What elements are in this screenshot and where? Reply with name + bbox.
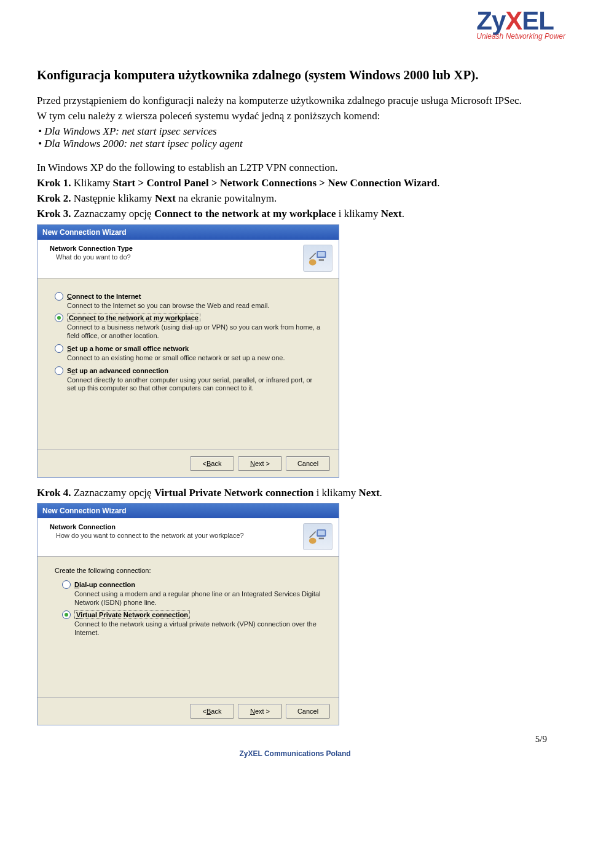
- page-number: 5/9: [37, 734, 553, 744]
- next-u: N: [250, 460, 255, 467]
- radio-checked-icon[interactable]: [62, 610, 71, 619]
- step-4: Krok 4. Zaznaczamy opcję Virtual Private…: [37, 486, 553, 499]
- command-2000: • Dla Windows 2000: net start ipsec poli…: [38, 138, 553, 150]
- back-u: B: [206, 460, 211, 467]
- cancel-button[interactable]: Cancel: [286, 456, 330, 471]
- next-rest2: ext >: [255, 708, 270, 715]
- step-2: Krok 2. Następnie klikamy Next na ekrani…: [37, 192, 553, 205]
- step-3-option: Connect to the network at my workplace: [154, 208, 336, 219]
- wizard-icon: [303, 245, 332, 272]
- opt1-u: C: [67, 293, 72, 300]
- cancel-text: Cancel: [297, 460, 318, 467]
- svg-point-4: [309, 537, 317, 543]
- opt4-rest: t up an advanced connection: [75, 367, 168, 374]
- w2opt1-u: D: [74, 581, 79, 588]
- w2opt1-desc: Connect using a modem and a regular phon…: [74, 590, 321, 607]
- radio-checked-icon[interactable]: [55, 314, 63, 322]
- opt2-desc: Connect to a business network (using dia…: [67, 323, 321, 341]
- next-u2: N: [250, 708, 255, 715]
- commands-intro: W tym celu należy z wiersza poleceń syst…: [37, 109, 553, 122]
- step-3-next: Next: [381, 208, 402, 219]
- svg-point-0: [309, 259, 317, 265]
- svg-rect-7: [319, 537, 324, 539]
- step-3-text-a: Zaznaczamy opcję: [71, 208, 154, 219]
- logo-x: X: [505, 6, 522, 35]
- wizard-1-banner: Network Connection Type What do you want…: [37, 240, 339, 278]
- step-4-option: Virtual Private Network connection: [154, 487, 314, 499]
- step-3-dot: .: [402, 208, 404, 219]
- step-2-text-b: na ekranie powitalnym.: [176, 192, 277, 204]
- wizard-1-option-internet[interactable]: Connect to the Internet Connect to the I…: [55, 292, 321, 310]
- back-rest2: ack: [211, 708, 221, 715]
- step-4-label: Krok 4.: [37, 487, 71, 499]
- wizard-2-banner: Network Connection How do you want to co…: [37, 518, 339, 557]
- wizard-1-titlebar: New Connection Wizard: [37, 225, 339, 240]
- brand-logo: ZyXEL Unleash Networking Power: [476, 6, 565, 41]
- wizard-2-subheading: How do you want to connect to the networ…: [56, 532, 298, 539]
- opt3-desc: Connect to an existing home or small off…: [67, 354, 321, 363]
- next-button[interactable]: Next >: [238, 704, 282, 719]
- wizard-1-heading: Network Connection Type: [50, 245, 298, 252]
- step-3: Krok 3. Zaznaczamy opcję Connect to the …: [37, 207, 553, 220]
- cancel-button[interactable]: Cancel: [286, 704, 330, 719]
- wizard-2-titlebar: New Connection Wizard: [37, 503, 339, 518]
- wizard-icon: [303, 523, 332, 550]
- wizard-2-option-vpn[interactable]: Virtual Private Network connection Conne…: [62, 610, 321, 637]
- opt3-rest: et up a home or small office network: [71, 345, 189, 352]
- wizard-1-subheading: What do you want to do?: [56, 253, 298, 261]
- opt2-pre: Connect to the network at my w: [69, 314, 171, 322]
- step-1-label: Krok 1.: [37, 177, 71, 189]
- opt1-desc: Connect to the Internet so you can brows…: [67, 302, 321, 310]
- step-4-dot: .: [380, 487, 382, 499]
- wizard-2-create-label: Create the following connection:: [55, 567, 321, 574]
- wizard-1-option-home[interactable]: Set up a home or small office network Co…: [55, 344, 321, 363]
- opt1-rest: onnect to the Internet: [72, 293, 141, 300]
- next-rest: ext >: [255, 460, 270, 467]
- w2opt1-rest: ial-up connection: [79, 581, 135, 588]
- back-button[interactable]: < Back: [190, 456, 234, 471]
- wizard-1-option-workplace[interactable]: Connect to the network at my workplace C…: [55, 314, 321, 341]
- step-3-label: Krok 3.: [37, 208, 71, 219]
- svg-rect-6: [318, 531, 325, 535]
- w2opt2-rest: irtual Private Network connection: [81, 611, 188, 618]
- wizard-window-1: New Connection Wizard Network Connection…: [37, 224, 339, 478]
- english-instruction: In Windows XP do the following to establ…: [37, 161, 553, 174]
- command-xp: • Dla Windows XP: net start ipsec servic…: [38, 125, 553, 138]
- radio-unchecked-icon[interactable]: [55, 344, 63, 353]
- step-3-text-b: i klikamy: [336, 208, 380, 219]
- back-rest: ack: [211, 460, 221, 467]
- step-1-path: Start > Control Panel > Network Connecti…: [112, 177, 437, 189]
- logo-tagline: Unleash Networking Power: [476, 32, 565, 41]
- logo-el: EL: [522, 6, 554, 35]
- step-4-text-b: i klikamy: [313, 487, 358, 499]
- step-2-text-a: Następnie klikamy: [71, 192, 154, 204]
- step-1-text-a: Klikamy: [71, 177, 112, 189]
- logo-z: Z: [476, 6, 492, 35]
- cancel-text2: Cancel: [297, 708, 318, 715]
- opt2-rest: rkplace: [175, 314, 199, 322]
- radio-unchecked-icon[interactable]: [62, 580, 71, 589]
- wizard-1-option-advanced[interactable]: Set up an advanced connection Connect di…: [55, 366, 321, 393]
- footer-text: ZyXEL Communications Poland: [37, 749, 553, 758]
- radio-unchecked-icon[interactable]: [55, 366, 63, 375]
- intro-paragraph: Przed przystąpieniem do konfiguracji nal…: [37, 94, 553, 107]
- page-heading: Konfiguracja komputera użytkownika zdaln…: [37, 68, 553, 83]
- w2opt2-desc: Connect to the network using a virtual p…: [74, 620, 321, 637]
- wizard-2-option-dialup[interactable]: Dial-up connection Connect using a modem…: [62, 580, 321, 607]
- step-1: Krok 1. Klikamy Start > Control Panel > …: [37, 176, 553, 189]
- wizard-window-2: New Connection Wizard Network Connection…: [37, 503, 339, 725]
- radio-unchecked-icon[interactable]: [55, 292, 63, 301]
- step-4-text-a: Zaznaczamy opcję: [71, 487, 154, 499]
- step-4-next: Next: [359, 487, 380, 499]
- step-1-dot: .: [437, 177, 439, 189]
- opt4-desc: Connect directly to another computer usi…: [67, 376, 321, 393]
- next-button[interactable]: Next >: [238, 456, 282, 471]
- logo-y: y: [492, 6, 505, 35]
- back-button[interactable]: < Back: [190, 704, 234, 719]
- svg-rect-3: [319, 259, 324, 261]
- step-2-next: Next: [155, 192, 176, 204]
- step-2-label: Krok 2.: [37, 192, 71, 204]
- back-u2: B: [206, 708, 211, 715]
- svg-rect-2: [318, 252, 325, 257]
- wizard-2-heading: Network Connection: [50, 523, 298, 531]
